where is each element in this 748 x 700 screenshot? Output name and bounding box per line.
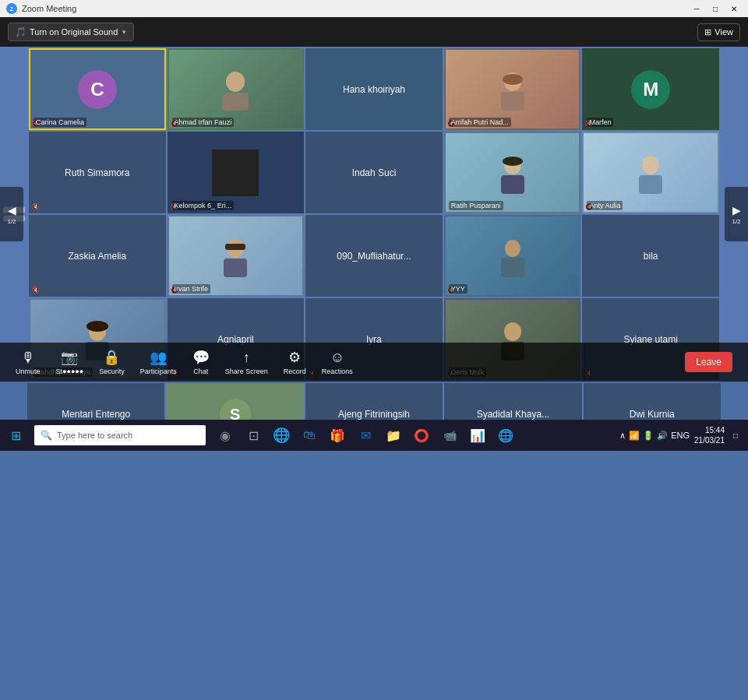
svg-rect-6 bbox=[501, 175, 524, 194]
nav-arrow-left[interactable]: ◀ 1/2 bbox=[0, 187, 23, 241]
security-icon: 🔒 bbox=[103, 349, 120, 366]
system-clock[interactable]: 15:44 21/03/21 bbox=[694, 425, 725, 445]
tile-marfen: M 🔇 Marfen bbox=[582, 48, 719, 130]
person-photo bbox=[493, 151, 532, 194]
taskbar-app-taskview[interactable]: ⊡ bbox=[240, 422, 266, 448]
participants-button[interactable]: 👥 Participants bbox=[140, 349, 177, 375]
svg-rect-12 bbox=[225, 244, 245, 250]
participant-name: bila bbox=[642, 249, 660, 263]
nav-arrow-right[interactable]: ▶ 1/2 bbox=[725, 187, 748, 241]
svg-point-8 bbox=[642, 156, 659, 174]
taskbar-app-files[interactable]: 📁 bbox=[380, 422, 407, 448]
record-icon: ⚙ bbox=[288, 349, 301, 366]
close-button[interactable]: ✕ bbox=[726, 2, 742, 15]
security-button[interactable]: 🔒 Security bbox=[99, 349, 125, 375]
tray-up-icon[interactable]: ∧ bbox=[619, 431, 626, 441]
participants-grid: C 🔇 Carina Camelia 🔇 Ahmad Irfan Fauzi H… bbox=[27, 47, 721, 382]
record-button[interactable]: ⚙ Record bbox=[284, 349, 306, 375]
avatar-C: C bbox=[78, 70, 117, 109]
reactions-icon: ☺ bbox=[330, 350, 344, 366]
tile-indah: Indah Suci bbox=[305, 132, 443, 213]
tile-hana: Hana khoiriyah bbox=[305, 48, 443, 130]
mic-muted-icon: 🔇 bbox=[32, 203, 40, 210]
taskbar-tray: ∧ 📶 🔋 🔊 ENG 15:44 21/03/21 □ bbox=[613, 420, 748, 451]
tile-090: 090_Mufliahatur... bbox=[305, 215, 443, 297]
taskbar-app-gift[interactable]: 🎁 bbox=[324, 422, 351, 448]
person-photo-placeholder bbox=[216, 68, 255, 111]
participant-name: YYY bbox=[449, 284, 468, 294]
share-icon: ↑ bbox=[243, 350, 250, 366]
participant-name: Ahmad Irfan Fauzi bbox=[172, 118, 235, 127]
svg-rect-1 bbox=[222, 93, 249, 111]
taskbar-app-powerpoint[interactable]: 📊 bbox=[464, 422, 491, 448]
svg-point-4 bbox=[503, 74, 523, 85]
svg-point-0 bbox=[226, 72, 245, 92]
taskbar-search[interactable]: 🔍 Type here to search bbox=[34, 425, 206, 445]
view-button[interactable]: ⊞ View bbox=[697, 23, 740, 41]
sound-button[interactable]: 🎵 Turn on Original Sound ▼ bbox=[8, 23, 134, 41]
participant-name: Mentari Entengo bbox=[62, 409, 130, 420]
svg-rect-3 bbox=[501, 92, 524, 111]
title-bar: Z Zoom Meeting ─ □ ✕ bbox=[0, 0, 748, 17]
zoom-toolbar: 🎵 Turn on Original Sound ▼ ⊞ View bbox=[0, 17, 748, 47]
tray-volume-icon[interactable]: 🔊 bbox=[657, 431, 668, 441]
tile-yyy: 🔇 YYY bbox=[444, 215, 581, 297]
record-label: Record bbox=[284, 368, 306, 375]
tile-kelompok: 🔇 Kelompok 6_ Eri... bbox=[168, 132, 305, 213]
participant-name: Marfen bbox=[587, 118, 613, 127]
taskbar-app-chrome[interactable]: 🌐 bbox=[492, 422, 519, 448]
participant-name: Indah Suci bbox=[351, 166, 398, 180]
person-photo bbox=[493, 234, 532, 277]
tray-lang: ENG bbox=[671, 431, 690, 440]
start-button[interactable]: ⊞ bbox=[0, 420, 31, 451]
participant-name: Ratih Pusparani bbox=[449, 201, 503, 210]
taskbar-app-edge[interactable]: 🌐 bbox=[268, 422, 295, 448]
video-area: ◀ 1/2 C 🔇 Carina Camelia 🔇 Ahmad Irfan F… bbox=[0, 47, 748, 382]
zoom-icon: Z bbox=[6, 3, 17, 14]
reactions-label: Reactions bbox=[322, 368, 353, 375]
svg-point-17 bbox=[86, 321, 108, 332]
share-screen-button[interactable]: ↑ Share Screen bbox=[225, 350, 268, 375]
participant-name: 090_Mufliahatur... bbox=[335, 249, 412, 263]
right-arrow-icon: ▶ bbox=[732, 204, 741, 216]
svg-point-7 bbox=[503, 157, 523, 166]
taskbar-app-cortana[interactable]: ◉ bbox=[212, 422, 238, 448]
participant-name: Syadidal Khaya... bbox=[477, 409, 549, 420]
taskbar-app-zoom[interactable]: 📹 bbox=[436, 422, 463, 448]
participant-name: Kelompok 6_ Eri... bbox=[172, 201, 235, 210]
minimize-button[interactable]: ─ bbox=[689, 2, 704, 15]
unmute-button[interactable]: 🎙 Unmute bbox=[16, 350, 41, 375]
reactions-button[interactable]: ☺ Reactions bbox=[322, 350, 353, 375]
windows-logo-icon: ⊞ bbox=[11, 428, 21, 443]
tray-wifi-icon: 📶 bbox=[629, 431, 640, 441]
mic-icon: 🎙 bbox=[21, 350, 35, 366]
svg-point-13 bbox=[505, 240, 520, 257]
clock-date: 21/03/21 bbox=[694, 435, 725, 445]
tile-zaskia: Zaskia Amelia 🔇 bbox=[29, 215, 166, 297]
dropdown-arrow-icon: ▼ bbox=[121, 29, 127, 36]
stop-video-button[interactable]: 📷 St●●●●● bbox=[56, 349, 84, 375]
chat-button[interactable]: 💬 Chat bbox=[192, 349, 210, 375]
tile-carina-camelia: C 🔇 Carina Camelia bbox=[29, 48, 166, 130]
bottom-toolbar: 🎙 Unmute 📷 St●●●●● 🔒 Security 👥 Particip… bbox=[0, 343, 748, 382]
participants-label: Participants bbox=[140, 368, 177, 375]
person-photo bbox=[216, 234, 255, 277]
taskbar-app-mail[interactable]: ✉ bbox=[352, 422, 379, 448]
taskbar-app-opera[interactable]: ⭕ bbox=[408, 422, 435, 448]
svg-point-18 bbox=[504, 322, 521, 341]
taskbar-apps: ◉ ⊡ 🌐 🛍 🎁 ✉ 📁 ⭕ 📹 📊 🌐 bbox=[209, 420, 613, 451]
tile-irvan: 🔇 Irvan Strife bbox=[168, 215, 305, 297]
person-photo bbox=[631, 151, 670, 194]
participant-name: Dwi Kurnia bbox=[630, 409, 675, 420]
title-bar-controls: ─ □ ✕ bbox=[689, 2, 742, 15]
mic-muted-icon: 🔇 bbox=[32, 287, 40, 294]
taskbar-app-store[interactable]: 🛍 bbox=[296, 422, 323, 448]
leave-button[interactable]: Leave bbox=[685, 352, 732, 372]
maximize-button[interactable]: □ bbox=[707, 2, 723, 15]
svg-rect-11 bbox=[224, 259, 247, 277]
notification-button[interactable]: □ bbox=[729, 420, 742, 451]
tile-arrifah: 🔇 Arrifah Putri Nad... bbox=[444, 48, 581, 130]
page-indicator-right: 1/2 bbox=[732, 218, 740, 225]
grid-icon: ⊞ bbox=[704, 27, 711, 37]
participant-name: Arrifah Putri Nad... bbox=[449, 118, 511, 127]
